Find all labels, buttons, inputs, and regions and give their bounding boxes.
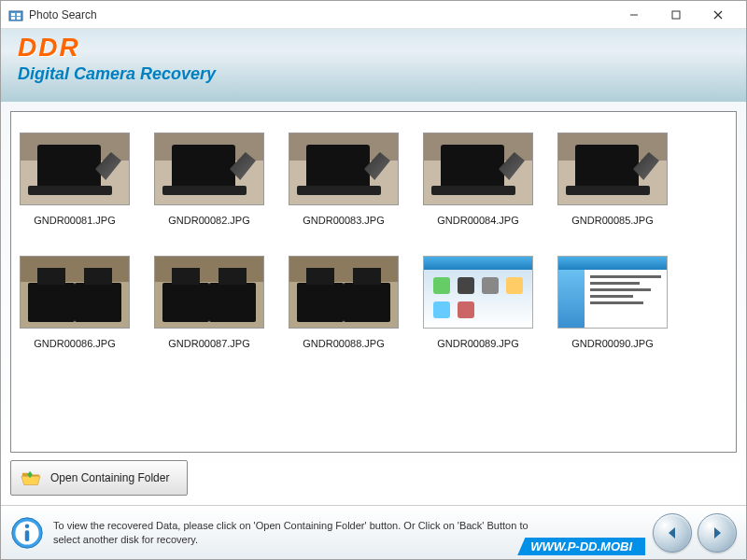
thumbnail-item[interactable]: GNDR00084.JPG (422, 133, 534, 226)
thumbnail-image (154, 133, 264, 205)
thumbnail-item[interactable]: GNDR00083.JPG (288, 133, 400, 226)
svg-rect-1 (11, 13, 15, 16)
svg-rect-12 (25, 530, 30, 541)
thumbnail-filename: GNDR00082.JPG (168, 215, 249, 226)
svg-rect-4 (17, 17, 21, 20)
thumbnail-item[interactable]: GNDR00088.JPG (288, 256, 400, 349)
thumbnail-item[interactable]: GNDR00090.JPG (557, 256, 669, 349)
thumbnail-item[interactable]: GNDR00085.JPG (557, 133, 669, 226)
thumbnail-image (423, 133, 533, 205)
brand-logo: DDR (18, 33, 729, 63)
window-controls (613, 2, 739, 28)
thumbnail-grid[interactable]: GNDR00081.JPGGNDR00082.JPGGNDR00083.JPGG… (10, 111, 737, 453)
open-containing-folder-button[interactable]: Open Containing Folder (10, 460, 188, 496)
thumbnail-image (423, 256, 533, 329)
thumbnail-item[interactable]: GNDR00089.JPG (422, 256, 534, 349)
thumbnail-filename: GNDR00085.JPG (571, 215, 653, 226)
thumbnail-item[interactable]: GNDR00087.JPG (153, 256, 265, 349)
status-bar: To view the recovered Data, please click… (1, 505, 746, 559)
thumbnail-image (289, 133, 399, 205)
info-icon (10, 516, 44, 550)
thumbnail-filename: GNDR00084.JPG (437, 215, 518, 226)
thumbnail-image (289, 256, 399, 329)
thumbnail-filename: GNDR00087.JPG (168, 338, 249, 349)
thumbnail-filename: GNDR00083.JPG (303, 215, 384, 226)
thumbnail-item[interactable]: GNDR00082.JPG (153, 133, 265, 226)
forward-button[interactable] (698, 513, 737, 553)
content-area: GNDR00081.JPGGNDR00082.JPGGNDR00083.JPGG… (1, 102, 746, 505)
folder-open-icon (21, 469, 41, 486)
svg-rect-6 (672, 11, 680, 19)
thumbnail-filename: GNDR00090.JPG (571, 338, 653, 349)
website-badge: WWW.P-DD.MOBI (517, 538, 645, 555)
app-window: Photo Search DDR Digital Camera Recovery… (0, 0, 747, 560)
window-title: Photo Search (29, 8, 613, 21)
banner: DDR Digital Camera Recovery (1, 29, 746, 102)
brand-subtitle: Digital Camera Recovery (18, 64, 729, 84)
app-icon (8, 7, 23, 22)
minimize-button[interactable] (613, 2, 655, 28)
thumbnail-image (557, 256, 668, 329)
thumbnail-image (557, 133, 668, 205)
thumbnail-item[interactable]: GNDR00086.JPG (19, 256, 131, 349)
svg-rect-2 (17, 13, 21, 16)
thumbnail-image (20, 133, 130, 205)
thumbnail-filename: GNDR00081.JPG (34, 215, 115, 226)
thumbnail-item[interactable]: GNDR00081.JPG (19, 133, 131, 226)
back-button[interactable] (653, 513, 692, 553)
titlebar: Photo Search (1, 1, 746, 29)
thumbnail-filename: GNDR00089.JPG (437, 338, 518, 349)
open-folder-label: Open Containing Folder (50, 471, 169, 484)
thumbnail-image (20, 256, 130, 329)
thumbnail-image (154, 256, 264, 329)
maximize-button[interactable] (655, 2, 697, 28)
close-button[interactable] (697, 2, 739, 28)
svg-rect-3 (11, 17, 15, 20)
svg-point-11 (25, 524, 30, 528)
thumbnail-filename: GNDR00088.JPG (303, 338, 384, 349)
nav-buttons (653, 513, 737, 553)
thumbnail-filename: GNDR00086.JPG (34, 338, 115, 349)
